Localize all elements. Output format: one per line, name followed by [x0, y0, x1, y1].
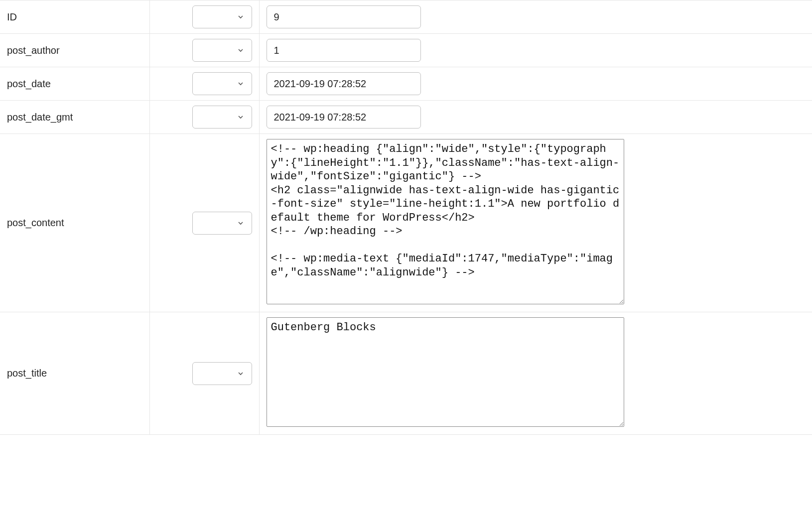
value-input-id[interactable] [267, 5, 421, 28]
field-label-post-author: post_author [0, 34, 149, 67]
db-edit-table: ID post_author [0, 0, 812, 435]
chevron-down-icon [237, 113, 245, 121]
func-select-post-date[interactable] [192, 72, 252, 95]
row-post-date-gmt: post_date_gmt [0, 101, 812, 134]
row-post-author: post_author [0, 34, 812, 67]
chevron-down-icon [237, 13, 245, 21]
chevron-down-icon [237, 46, 245, 54]
field-label-post-title: post_title [0, 312, 149, 435]
func-select-post-title[interactable] [192, 362, 252, 385]
func-select-post-date-gmt[interactable] [192, 106, 252, 129]
row-post-title: post_title [0, 312, 812, 435]
func-select-post-author[interactable] [192, 39, 252, 62]
row-post-content: post_content [0, 134, 812, 312]
value-input-post-author[interactable] [267, 39, 421, 62]
func-select-post-content[interactable] [192, 212, 252, 235]
field-label-id: ID [0, 0, 149, 34]
value-input-post-date[interactable] [267, 72, 421, 95]
chevron-down-icon [237, 370, 245, 378]
value-input-post-date-gmt[interactable] [267, 106, 421, 129]
value-textarea-post-title[interactable] [267, 317, 624, 427]
chevron-down-icon [237, 80, 245, 88]
field-label-post-date: post_date [0, 67, 149, 101]
value-textarea-post-content[interactable] [267, 139, 624, 304]
row-id: ID [0, 0, 812, 34]
chevron-down-icon [237, 219, 245, 227]
func-select-id[interactable] [192, 5, 252, 28]
row-post-date: post_date [0, 67, 812, 101]
field-label-post-content: post_content [0, 134, 149, 312]
field-label-post-date-gmt: post_date_gmt [0, 101, 149, 134]
